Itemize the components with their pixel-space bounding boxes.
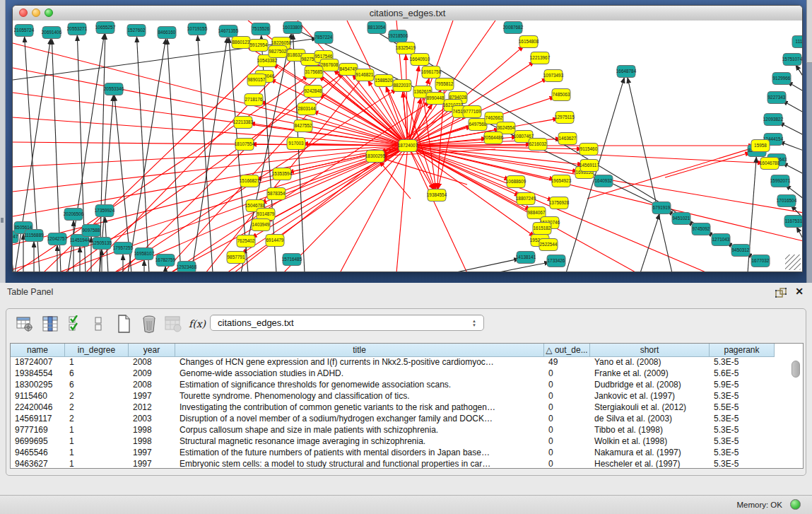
graph-node[interactable]: 16648784 — [616, 66, 637, 78]
graph-node[interactable]: 7625402 — [237, 235, 255, 247]
graph-node[interactable]: 16154808 — [519, 36, 539, 48]
graph-edge-black[interactable] — [796, 227, 802, 240]
table-cell[interactable]: Corpus callosum shape and size in male p… — [175, 425, 544, 436]
delete-column-button[interactable] — [139, 314, 159, 334]
graph-node[interactable]: 14671355 — [218, 25, 239, 37]
table-cell[interactable]: 19384554 — [11, 368, 65, 380]
table-cell[interactable]: Genome-wide association studies in ADHD. — [175, 368, 544, 380]
graph-node[interactable]: 6791919 — [652, 202, 671, 214]
table-row[interactable]: 1938455462009Genome-wide association stu… — [11, 368, 803, 380]
graph-node[interactable]: 8990448 — [426, 93, 445, 105]
table-cell[interactable]: 5.3E-5 — [710, 357, 775, 368]
table-cell[interactable]: 1 — [65, 436, 129, 448]
graph-node[interactable]: 9451021 — [672, 213, 690, 225]
graph-edge-black[interactable] — [453, 259, 519, 271]
table-cell[interactable]: 2 — [65, 402, 129, 414]
table-cell[interactable]: 5.3E-5 — [710, 448, 775, 459]
table-cell[interactable]: 0 — [544, 402, 590, 414]
table-cell[interactable]: 5.3E-5 — [710, 391, 775, 402]
graph-edge-red[interactable] — [13, 93, 408, 146]
table-cell[interactable]: Franke et al. (2009) — [590, 368, 710, 380]
table-cell[interactable]: 1 — [65, 459, 129, 468]
graph-node[interactable]: 16640910 — [410, 54, 430, 66]
graph-edge-red[interactable] — [266, 146, 408, 222]
table-cell[interactable]: Investigating the contribution of common… — [175, 402, 544, 414]
float-panel-icon[interactable] — [775, 288, 787, 298]
graph-node[interactable]: 17016504 — [777, 195, 797, 207]
graph-node[interactable]: 9450312 — [731, 245, 750, 257]
graph-node[interactable]: 3175685 — [305, 66, 323, 78]
table-cell[interactable]: 9699695 — [11, 436, 65, 448]
graph-node[interactable]: 20553271 — [67, 23, 88, 35]
table-cell[interactable]: 9465546 — [11, 448, 65, 459]
table-cell[interactable]: 1 — [65, 448, 129, 459]
table-cell[interactable]: 1 — [65, 357, 129, 368]
collapsed-left-panel-edge[interactable] — [0, 0, 6, 283]
graph-node[interactable]: 6216032 — [529, 139, 547, 151]
graph-node[interactable]: 9777169 — [463, 106, 481, 118]
collapsed-panel-handle[interactable] — [1, 218, 4, 223]
table-cell[interactable]: 5.6E-5 — [710, 368, 775, 380]
graph-node[interactable]: 5878354 — [267, 188, 286, 200]
graph-node[interactable]: 9827502 — [269, 46, 287, 58]
graph-edge-red[interactable] — [13, 43, 408, 146]
table-cell[interactable]: Disruption of a novel member of a sodium… — [175, 414, 544, 425]
graph-node[interactable]: 1733426 — [547, 255, 565, 267]
table-row[interactable]: 911546021997Tourette syndrome. Phenomeno… — [11, 391, 803, 402]
graph-node[interactable]: 8813054 — [367, 22, 386, 34]
graph-node[interactable]: 15751074 — [782, 54, 802, 66]
table-cell[interactable]: Wolkin et al. (1998) — [590, 436, 710, 448]
graph-node[interactable]: 12213383 — [233, 117, 254, 129]
table-cell[interactable]: 18300295 — [11, 380, 65, 391]
graph-node[interactable]: 2522544 — [539, 239, 558, 251]
graph-edge-red[interactable] — [319, 94, 408, 146]
graph-node[interactable]: 21055724 — [14, 25, 35, 37]
graph-node[interactable]: 10973493 — [543, 70, 564, 82]
graph-node[interactable]: 1640932 — [594, 175, 613, 187]
graph-node[interactable]: 11156889 — [24, 230, 44, 242]
graph-node[interactable]: 18325419 — [396, 42, 416, 54]
table-cell[interactable]: 1997 — [129, 448, 175, 459]
table-cell[interactable]: 5.3E-5 — [710, 436, 775, 448]
table-cell[interactable]: Tibbo et al. (1998) — [590, 425, 710, 436]
table-row[interactable]: 969969511998Structural magnetic resonanc… — [11, 436, 803, 448]
column-visibility-button[interactable] — [40, 314, 60, 334]
table-vertical-scrollbar[interactable] — [791, 359, 800, 467]
table-cell[interactable]: 0 — [544, 459, 590, 468]
graph-node[interactable]: 19218506 — [388, 30, 408, 42]
graph-node[interactable]: 10655257 — [95, 22, 116, 34]
table-cell[interactable]: 0 — [544, 436, 590, 448]
table-cell[interactable]: de Silva et al. (2003) — [590, 414, 710, 425]
graph-edge-red[interactable] — [587, 148, 754, 199]
table-cell[interactable]: 6 — [65, 380, 129, 391]
graph-node[interactable]: 16961758 — [421, 66, 442, 78]
graph-node[interactable]: 10719155 — [187, 23, 208, 35]
graph-node[interactable]: 16046788 — [760, 158, 780, 170]
table-selector-dropdown[interactable]: citations_edges.txt ▲▼ — [210, 315, 484, 331]
graph-node[interactable]: 1463627 — [558, 133, 577, 145]
graph-node[interactable]: 12505135 — [92, 238, 112, 250]
table-row[interactable]: 946362711997Embryonic stem cells: a mode… — [11, 459, 803, 468]
graph-node[interactable]: 20553346 — [104, 83, 124, 95]
table-cell[interactable]: 5.9E-5 — [710, 380, 775, 391]
graph-node[interactable]: 9857791 — [227, 252, 245, 264]
table-cell[interactable]: 1998 — [129, 425, 175, 436]
table-cell[interactable]: 2 — [65, 391, 129, 402]
graph-node[interactable]: 5912954 — [249, 40, 268, 52]
graph-node[interactable]: 15992071 — [770, 175, 791, 187]
graph-node[interactable]: 8466160 — [158, 27, 176, 39]
graph-node[interactable]: 18107554 — [235, 139, 255, 151]
graph-node[interactable]: 14569117 — [579, 160, 599, 172]
graph-node[interactable]: 9146821 — [355, 69, 374, 81]
graph-node[interactable]: 2803144 — [298, 103, 316, 115]
graph-edge-black[interactable] — [192, 37, 228, 271]
column-header-short[interactable]: short — [590, 344, 710, 357]
table-cell[interactable]: 14569117 — [11, 414, 65, 425]
window-titlebar[interactable]: citations_edges.txt — [13, 6, 802, 21]
graph-node[interactable]: 8427552 — [294, 120, 312, 132]
graph-node[interactable]: 9129966 — [772, 73, 791, 85]
table-cell[interactable]: 2008 — [129, 380, 175, 391]
graph-node[interactable]: 1588520 — [375, 75, 393, 87]
table-cell[interactable]: 22420046 — [11, 402, 65, 414]
graph-edge-red[interactable] — [260, 102, 408, 146]
